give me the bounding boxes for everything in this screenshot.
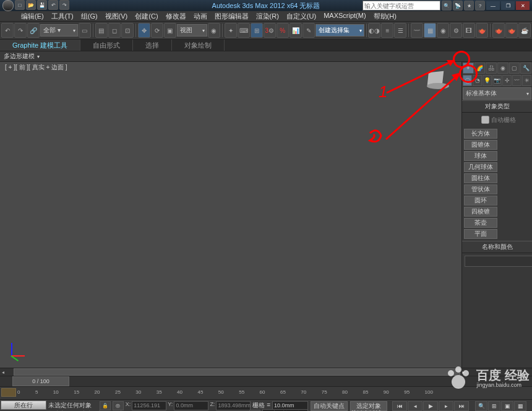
maxscript-listener-button[interactable]: 所在行 xyxy=(1,400,46,410)
search-icon[interactable]: 🔍 xyxy=(442,1,452,11)
save-icon[interactable]: 💾 xyxy=(37,0,47,10)
prim-plane[interactable]: 平面 xyxy=(464,229,497,239)
selection-set-combo[interactable]: 全部 ▾ xyxy=(40,24,78,37)
goto-start-icon[interactable]: ⏮ xyxy=(392,401,407,411)
menu-grapheditors[interactable]: 图形编辑器 xyxy=(211,11,252,21)
lock-selection-icon[interactable]: 🔒 xyxy=(100,401,111,410)
edit-named-sel-button[interactable]: ✎ xyxy=(302,23,315,38)
manipulate-button[interactable]: ✦ xyxy=(225,23,237,38)
prim-tube[interactable]: 管状体 xyxy=(464,184,497,194)
render-iter-button[interactable]: 🫖 xyxy=(505,23,518,38)
prim-sphere[interactable]: 球体 xyxy=(464,151,497,161)
zoom-all-icon[interactable]: ⊞ xyxy=(488,401,500,411)
prev-frame-icon[interactable]: ◂ xyxy=(408,401,423,411)
tab-utilities[interactable]: 🔧 xyxy=(520,63,531,74)
redo-icon[interactable]: ↷ xyxy=(59,0,69,10)
next-frame-icon[interactable]: ▸ xyxy=(439,401,453,411)
favorite-icon[interactable]: ★ xyxy=(464,1,474,11)
curve-editor-button[interactable]: 〰 xyxy=(411,23,423,38)
rollout-name-color[interactable]: 名称和颜色 xyxy=(462,241,532,253)
keyboard-shortcut-button[interactable]: ⌨ xyxy=(238,23,250,38)
spinner-snap-button[interactable]: 📊 xyxy=(290,23,302,38)
search-input[interactable] xyxy=(363,1,440,11)
percent-snap-button[interactable]: % xyxy=(277,23,289,38)
tab-freeform[interactable]: 自由形式 xyxy=(80,40,133,51)
redo-button[interactable]: ↷ xyxy=(14,23,27,38)
menu-modifiers[interactable]: 修改器 xyxy=(162,11,190,21)
tab-display[interactable]: ▢ xyxy=(509,63,520,74)
rotate-button[interactable]: ⟳ xyxy=(151,23,163,38)
render-prod-button[interactable]: 🫖 xyxy=(492,23,505,38)
viewport-scrollbar[interactable]: ◂ ▸ xyxy=(0,368,532,376)
autogrid-checkbox[interactable]: 自动栅格 xyxy=(462,113,532,127)
render-frame-button[interactable]: 🎞 xyxy=(463,23,475,38)
tab-graphite-tools[interactable]: Graphite 建模工具 xyxy=(0,40,80,51)
tab-hierarchy[interactable]: 品 xyxy=(486,63,497,74)
undo-icon[interactable]: ↶ xyxy=(48,0,58,10)
select-object-button[interactable]: ▭ xyxy=(79,23,91,38)
prim-torus[interactable]: 圆环 xyxy=(464,196,497,206)
minimize-icon[interactable]: — xyxy=(486,1,500,10)
scroll-right-icon[interactable]: ▸ xyxy=(460,369,466,375)
open-icon[interactable]: 📂 xyxy=(26,0,36,10)
sub-spacewarps[interactable]: 〰 xyxy=(512,75,521,86)
goto-end-icon[interactable]: ⏭ xyxy=(454,401,469,411)
rollout-object-type[interactable]: 对象类型 xyxy=(462,100,532,113)
time-slider-handle[interactable]: 0 / 100 xyxy=(12,376,69,386)
viewport[interactable] xyxy=(0,62,462,368)
new-icon[interactable]: □ xyxy=(15,0,25,10)
close-icon[interactable]: ✕ xyxy=(516,1,530,10)
prim-geosphere[interactable]: 几何球体 xyxy=(464,162,497,172)
menu-help[interactable]: 帮助(H) xyxy=(370,11,400,21)
x-field[interactable]: 11256.191 xyxy=(132,401,166,410)
sub-cameras[interactable]: 📷 xyxy=(492,75,502,86)
menu-animation[interactable]: 动画 xyxy=(190,11,211,21)
tab-selection[interactable]: 选择 xyxy=(133,40,172,51)
move-button[interactable]: ✥ xyxy=(138,23,150,38)
viewport-label[interactable]: [ + ][ 前 ][ 真实 + 边面 ] xyxy=(5,63,67,72)
app-icon[interactable] xyxy=(2,0,14,11)
autokey-button[interactable]: 自动关键点 xyxy=(311,401,348,411)
viewcube[interactable] xyxy=(427,71,457,93)
time-slider[interactable]: 0 / 100 xyxy=(0,376,532,386)
window-crossing-button[interactable]: ⊡ xyxy=(121,23,134,38)
prim-pyramid[interactable]: 四棱锥 xyxy=(464,207,497,217)
poly-model-dropdown[interactable]: 多边形建模 xyxy=(0,51,532,62)
link-button[interactable]: 🔗 xyxy=(27,23,40,38)
menu-rendering[interactable]: 渲染(R) xyxy=(252,11,283,21)
zoom-extents-icon[interactable]: ▣ xyxy=(501,401,513,411)
prim-cylinder[interactable]: 圆柱体 xyxy=(464,173,497,183)
rect-region-button[interactable]: ◻ xyxy=(108,23,121,38)
material-editor-button[interactable]: ◉ xyxy=(437,23,449,38)
maximize-icon[interactable]: ❐ xyxy=(501,1,515,10)
scrollbar-thumb[interactable] xyxy=(14,368,460,376)
select-by-name-button[interactable]: ▤ xyxy=(95,23,108,38)
snap-toggle-button[interactable]: ⊞ xyxy=(251,23,263,38)
menu-group[interactable]: 组(G) xyxy=(77,11,101,21)
align-button[interactable]: ≡ xyxy=(381,23,393,38)
menu-edit[interactable]: 编辑(E) xyxy=(17,11,48,21)
play-icon[interactable]: ▶ xyxy=(423,401,438,411)
ref-coord-combo[interactable]: 视图 xyxy=(177,24,207,37)
comm-center-icon[interactable]: 📡 xyxy=(453,1,463,11)
prim-teapot[interactable]: 茶壶 xyxy=(464,218,497,228)
pivot-button[interactable]: ◉ xyxy=(208,23,220,38)
render-setup-button[interactable]: ⚙ xyxy=(450,23,462,38)
render-button[interactable]: 🫖 xyxy=(476,23,488,38)
sub-helpers[interactable]: ✢ xyxy=(502,75,512,86)
menu-create[interactable]: 创建(C) xyxy=(131,11,161,21)
primitive-category-combo[interactable]: 标准基本体 xyxy=(463,87,531,100)
layers-button[interactable]: ☰ xyxy=(394,23,406,38)
keyframe-block[interactable] xyxy=(1,388,16,397)
menu-tools[interactable]: 工具(T) xyxy=(48,11,77,21)
menu-customize[interactable]: 自定义(U) xyxy=(283,11,320,21)
menu-maxscript[interactable]: MAXScript(M) xyxy=(320,11,369,21)
z-field[interactable]: 1893.498mm xyxy=(216,401,251,410)
zoom-extents-all-icon[interactable]: ▦ xyxy=(514,401,526,411)
tab-motion[interactable]: ◉ xyxy=(497,63,508,74)
sub-lights[interactable]: 💡 xyxy=(483,75,492,86)
mirror-button[interactable]: ◐◑ xyxy=(368,23,380,38)
tab-object-paint[interactable]: 对象绘制 xyxy=(172,40,225,51)
named-selection-combo[interactable]: 创建选择集 xyxy=(315,24,364,37)
isolate-icon[interactable]: ◎ xyxy=(113,401,124,410)
